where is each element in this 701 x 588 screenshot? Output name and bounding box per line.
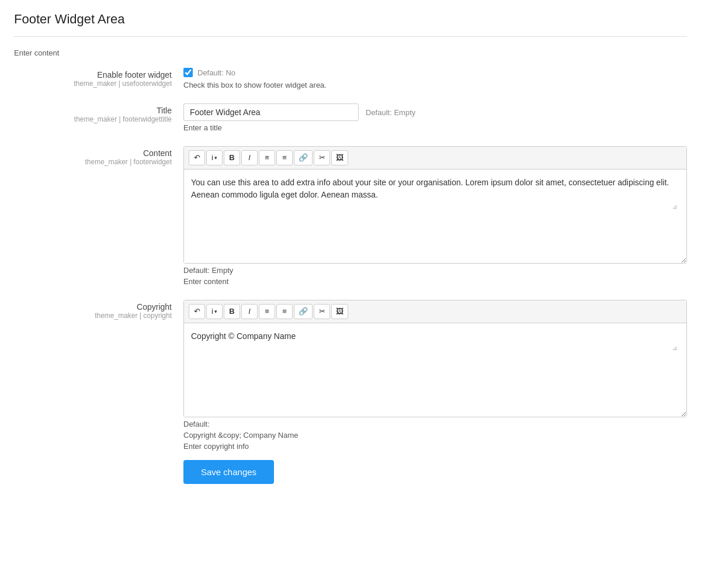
copyright-unlink-btn[interactable]: ✂ (314, 304, 330, 319)
title-row: Title theme_maker | footerwidgettitle De… (14, 103, 687, 132)
content-row: Content theme_maker | footerwidget ↶ i ▾… (14, 146, 687, 286)
copyright-sublabel: theme_maker | copyright (14, 312, 172, 320)
enable-footer-sublabel: theme_maker | usefooterwidget (14, 79, 172, 88)
content-sublabel: theme_maker | footerwidget (14, 158, 172, 166)
content-label-col: Content theme_maker | footerwidget (14, 146, 183, 166)
content-content: ↶ i ▾ B I ≡ ≡ 🔗 ✂ 🖼 You can use this are… (183, 146, 687, 286)
content-editor: ↶ i ▾ B I ≡ ≡ 🔗 ✂ 🖼 You can use this are… (183, 146, 687, 264)
content-toolbar: ↶ i ▾ B I ≡ ≡ 🔗 ✂ 🖼 (184, 147, 686, 170)
enable-footer-label-col: Enable footer widget theme_maker | usefo… (14, 68, 183, 88)
copyright-editor-body[interactable]: Copyright © Company Name ⊿ (184, 323, 686, 417)
section-label: Enter content (14, 49, 687, 57)
enable-footer-checkbox[interactable] (183, 68, 193, 77)
copyright-undo-btn[interactable]: ↶ (189, 304, 205, 319)
title-label-col: Title theme_maker | footerwidgettitle (14, 103, 183, 123)
copyright-link-btn[interactable]: 🔗 (294, 304, 313, 319)
copyright-label: Copyright (14, 302, 172, 312)
copyright-label-col: Copyright theme_maker | copyright (14, 300, 183, 320)
copyright-ol-btn[interactable]: ≡ (276, 304, 293, 319)
copyright-resize: ⊿ (191, 343, 679, 354)
content-resize: ⊿ (191, 201, 679, 212)
copyright-image-btn[interactable]: 🖼 (331, 304, 348, 319)
enable-footer-label: Enable footer widget (14, 70, 172, 79)
content-link-btn[interactable]: 🔗 (294, 150, 313, 165)
title-hint: Enter a title (183, 123, 687, 132)
copyright-info-btn[interactable]: i ▾ (206, 304, 223, 319)
content-undo-btn[interactable]: ↶ (189, 150, 205, 165)
content-default: Default: Empty (183, 266, 687, 275)
page-container: Footer Widget Area Enter content Enable … (0, 0, 701, 510)
enable-footer-default: Default: No (197, 68, 235, 77)
page-title: Footer Widget Area (14, 12, 687, 27)
content-hint: Enter content (183, 277, 687, 286)
copyright-content: ↶ i ▾ B I ≡ ≡ 🔗 ✂ 🖼 Copyright © Company … (183, 300, 687, 484)
copyright-toolbar: ↶ i ▾ B I ≡ ≡ 🔗 ✂ 🖼 (184, 300, 686, 323)
content-unlink-btn[interactable]: ✂ (314, 150, 330, 165)
copyright-italic-btn[interactable]: I (241, 304, 258, 319)
title-input[interactable] (183, 103, 359, 121)
content-label: Content (14, 148, 172, 158)
title-default: Default: Empty (366, 108, 415, 117)
copyright-default-value: Copyright &copy; Company Name (183, 431, 687, 440)
copyright-row: Copyright theme_maker | copyright ↶ i ▾ … (14, 300, 687, 484)
title-content: Default: Empty Enter a title (183, 103, 687, 132)
content-text: You can use this area to add extra info … (191, 178, 669, 199)
enable-footer-checkbox-row: Default: No (183, 68, 687, 77)
content-info-btn[interactable]: i ▾ (206, 150, 223, 165)
content-ol-btn[interactable]: ≡ (276, 150, 293, 165)
divider (14, 36, 687, 37)
copyright-default-label: Default: (183, 420, 687, 428)
content-ul-btn[interactable]: ≡ (259, 150, 275, 165)
content-image-btn[interactable]: 🖼 (331, 150, 348, 165)
copyright-text: Copyright © Company Name (191, 331, 296, 341)
save-changes-button[interactable]: Save changes (183, 460, 274, 484)
content-editor-body[interactable]: You can use this area to add extra info … (184, 170, 686, 263)
content-bold-btn[interactable]: B (224, 150, 240, 165)
copyright-ul-btn[interactable]: ≡ (259, 304, 275, 319)
enable-footer-hint: Check this box to show footer widget are… (183, 81, 687, 89)
enable-footer-widget-row: Enable footer widget theme_maker | usefo… (14, 68, 687, 89)
title-input-row: Default: Empty (183, 103, 687, 121)
content-italic-btn[interactable]: I (241, 150, 258, 165)
title-label: Title (14, 106, 172, 115)
copyright-bold-btn[interactable]: B (224, 304, 240, 319)
enable-footer-content: Default: No Check this box to show foote… (183, 68, 687, 89)
save-button-container: Save changes (183, 460, 687, 484)
copyright-editor: ↶ i ▾ B I ≡ ≡ 🔗 ✂ 🖼 Copyright © Company … (183, 300, 687, 417)
title-sublabel: theme_maker | footerwidgettitle (14, 115, 172, 123)
copyright-hint: Enter copyright info (183, 442, 687, 451)
